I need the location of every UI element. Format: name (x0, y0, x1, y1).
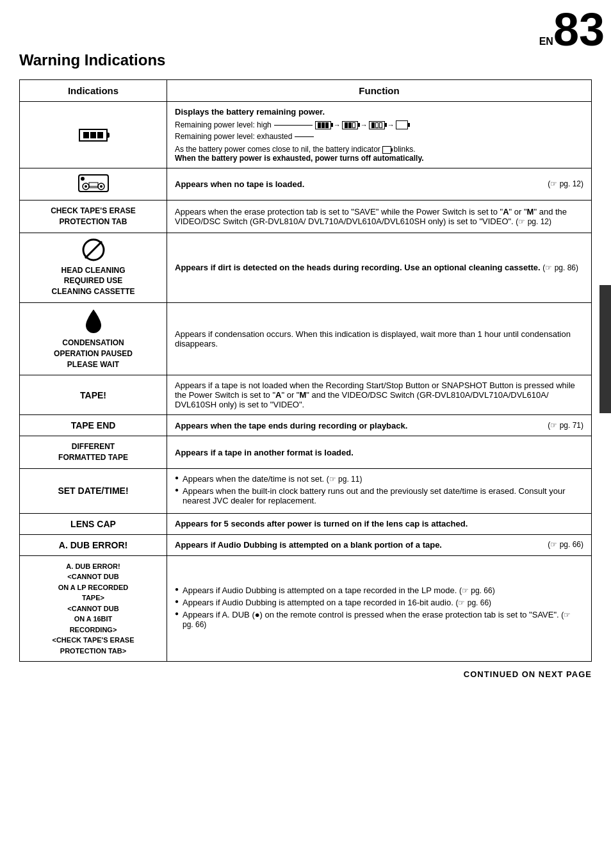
continued-text: CONTINUED ON NEXT PAGE (19, 669, 592, 679)
setdate-label: SET DATE/TIME! (28, 486, 159, 496)
indication-tape-excl: TAPE! (20, 375, 167, 415)
table-row: LENS CAP Appears for 5 seconds after pow… (20, 513, 592, 534)
batt-low-icon (369, 121, 385, 129)
function-checktape: Appears when the erase protection tab is… (167, 201, 592, 233)
function-adub-simple: Appears if Audio Dubbing is attempted on… (167, 534, 592, 555)
page-title: Warning Indications (19, 51, 592, 69)
diffformat-text: Appears if a tape in another format is l… (175, 448, 583, 457)
setdate-bullets: Appears when the date/time is not set. (… (175, 474, 583, 505)
indication-adub-complex: A. DUB ERROR!<CANNOT DUBON A LP RECORDED… (20, 555, 167, 662)
setdate-bullet-2: Appears when the built-in clock battery … (175, 486, 583, 505)
svg-rect-4 (89, 183, 98, 188)
cassette-icon (77, 174, 110, 193)
tapeend-label: TAPE END (28, 420, 159, 430)
setdate-ref1: (☞ pg. 11) (327, 475, 363, 484)
indication-checktape: CHECK TAPE'S ERASEPROTECTION TAB (20, 201, 167, 233)
function-battery: Displays the battery remaining power. Re… (167, 102, 592, 168)
indications-table: Indications Function Displays the batt (19, 79, 592, 662)
bl2 (375, 122, 379, 128)
adub-ref1: (☞ pg. 66) (459, 586, 495, 595)
remaining-high-label: Remaining power level: high (175, 120, 272, 129)
adub-bullet-3: Appears if A. DUB (●) on the remote cont… (175, 610, 583, 629)
table-row: A. DUB ERROR! Appears if Audio Dubbing i… (20, 534, 592, 555)
tape-excl-label: TAPE! (28, 390, 159, 400)
indication-notape (20, 168, 167, 201)
adub-complex-bullets: Appears if Audio Dubbing is attempted on… (175, 585, 583, 629)
function-lenscap: Appears for 5 seconds after power is tur… (167, 513, 592, 534)
headcleaning-text: Appears if dirt is detected on the heads… (175, 263, 583, 272)
battery-main-text: Displays the battery remaining power. (175, 107, 583, 117)
battery-bar-2 (90, 132, 96, 138)
battery-bar-3 (97, 132, 103, 138)
b2 (322, 122, 325, 128)
headcleaning-ref: (☞ pg. 86) (542, 263, 578, 272)
batt-empty-inline (382, 146, 391, 154)
table-row: TAPE END Appears when the tape ends duri… (20, 415, 592, 436)
adub-simple-ref: (☞ pg. 66) (548, 540, 583, 549)
checktape-text: Appears when the erase protection tab is… (175, 207, 583, 226)
svg-line-9 (85, 242, 102, 258)
b3 (325, 122, 329, 128)
adub-ref2: (☞ pg. 66) (455, 598, 491, 607)
adub-complex-label: A. DUB ERROR!<CANNOT DUBON A LP RECORDED… (28, 561, 159, 657)
lenscap-text: Appears for 5 seconds after power is tur… (175, 519, 583, 528)
table-row: A. DUB ERROR!<CANNOT DUBON A LP RECORDED… (20, 555, 592, 662)
adub-simple-label: A. DUB ERROR! (28, 540, 159, 550)
adub-bullet-1: Appears if Audio Dubbing is attempted on… (175, 585, 583, 595)
function-headcleaning: Appears if dirt is detected on the heads… (167, 233, 592, 302)
headcleaning-label: HEAD CLEANINGREQUIRED USECLEANING CASSET… (28, 265, 159, 297)
batt-nub4 (408, 123, 410, 127)
table-row: Displays the battery remaining power. Re… (20, 102, 592, 168)
batt-full-icon (315, 121, 331, 129)
table-row: CHECK TAPE'S ERASEPROTECTION TAB Appears… (20, 201, 592, 233)
condensation-label: CONDENSATIONOPERATION PAUSEDPLEASE WAIT (28, 338, 159, 370)
checktape-ref: (☞ pg. 12) (516, 217, 551, 226)
tapeend-ref: (☞ pg. 71) (548, 421, 583, 430)
waterdrop-icon-container (28, 308, 159, 334)
adub-bullet-2: Appears if Audio Dubbing is attempted on… (175, 598, 583, 607)
bm1 (345, 122, 348, 128)
remaining-exhausted-label: Remaining power level: exhausted (175, 132, 292, 141)
battery-off-text: When the battery power is exhausted, pow… (175, 154, 424, 163)
tape-excl-text: Appears if a tape is not loaded when the… (175, 381, 583, 409)
indication-headcleaning: HEAD CLEANINGREQUIRED USECLEANING CASSET… (20, 233, 167, 302)
battery-high-row: Remaining power level: high → (175, 120, 583, 129)
adub-simple-text: Appears if Audio Dubbing is attempted on… (175, 540, 442, 550)
table-header-row: Indications Function (20, 80, 592, 102)
svg-point-5 (85, 185, 87, 188)
batt-empty-icon (396, 120, 408, 129)
battery-nub (107, 133, 110, 138)
nub-inline (391, 148, 393, 151)
indication-condensation: CONDENSATIONOPERATION PAUSEDPLEASE WAIT (20, 302, 167, 375)
indication-diffformat: DIFFERENTFORMATTED TAPE (20, 436, 167, 469)
b1 (318, 122, 321, 128)
function-tapeend: Appears when the tape ends during record… (167, 415, 592, 436)
battery-icon-area (79, 129, 108, 142)
arrow1: → (334, 121, 341, 129)
adub-ref3: (☞ pg. 66) (183, 610, 571, 629)
table-row: Appears when no tape is loaded. (☞ pg. 1… (20, 168, 592, 201)
table-row: SET DATE/TIME! Appears when the date/tim… (20, 468, 592, 513)
batt-nub3 (385, 123, 387, 127)
table-row: CONDENSATIONOPERATION PAUSEDPLEASE WAIT … (20, 302, 592, 375)
battery-blink-text: As the battery power comes close to nil,… (175, 145, 583, 163)
notape-ref: (☞ pg. 12) (548, 179, 583, 188)
condensation-text: Appears if condensation occurs. When thi… (175, 329, 583, 348)
checktape-label: CHECK TAPE'S ERASEPROTECTION TAB (28, 206, 159, 227)
notape-text: Appears when no tape is loaded. (175, 179, 304, 189)
function-setdate: Appears when the date/time is not set. (… (167, 468, 592, 513)
side-bar (599, 285, 611, 413)
battery-line-exhausted (295, 136, 314, 137)
batt-nub2 (358, 123, 360, 127)
bl3 (379, 122, 382, 128)
function-diffformat: Appears if a tape in another format is l… (167, 436, 592, 469)
bm3 (352, 122, 355, 128)
battery-line-high (274, 125, 313, 126)
function-notape: Appears when no tape is loaded. (☞ pg. 1… (167, 168, 592, 201)
arrow2: → (361, 121, 368, 129)
waterdrop-icon (84, 308, 103, 334)
prohibited-icon-container (28, 238, 159, 261)
function-adub-complex: Appears if Audio Dubbing is attempted on… (167, 555, 592, 662)
diffformat-label: DIFFERENTFORMATTED TAPE (28, 441, 159, 463)
lenscap-label: LENS CAP (28, 519, 159, 529)
